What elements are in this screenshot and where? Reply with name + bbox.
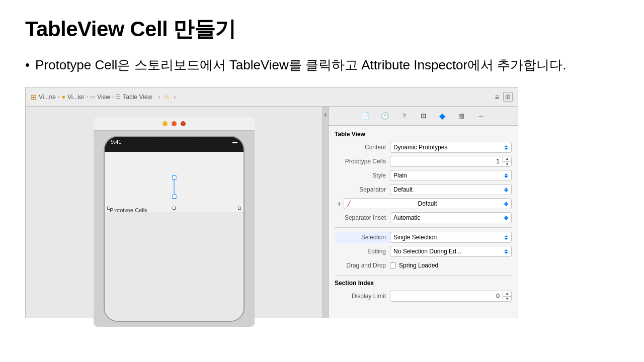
handle-right [238, 207, 241, 210]
separator-inset-select[interactable]: Automatic [390, 212, 512, 223]
plus-button[interactable]: + [335, 199, 344, 208]
sim-notch-bar: 9:41 ▬ [105, 137, 244, 152]
simulator-frame: 9:41 ▬ Pro [94, 117, 255, 327]
prototype-cells-up[interactable]: ▲ [503, 156, 511, 162]
inspector-toolbar: 📄 🕐 ? ⊡ ◆ ▦ → [329, 107, 518, 126]
content-arrow [504, 145, 508, 150]
editing-label: Editing [335, 248, 390, 255]
nav-right-icon[interactable]: › [174, 94, 176, 101]
toolbar: ⊞ Vi...ne › ● Vi...ler › ▭ View › ☰ Tabl… [26, 87, 518, 107]
drag-drop-label: Drag and Drop [335, 262, 390, 269]
dot-yellow [163, 121, 168, 126]
style-label: Style [335, 172, 390, 179]
display-limit-steppers: ▲ ▼ [503, 291, 511, 301]
separator-color-value: Default [418, 200, 437, 207]
left-panel: 9:41 ▬ Pro [26, 107, 323, 318]
clock-inspector-icon[interactable]: 🕐 [380, 111, 390, 121]
inspector-content: Table View Content Dynamic Prototypes Pr… [329, 126, 518, 310]
prototype-cells-steppers: ▲ ▼ [503, 156, 511, 166]
chevron-icon-1: › [58, 94, 59, 100]
selection-value: Single Selection [393, 234, 437, 241]
separator-select[interactable]: Default [390, 184, 512, 195]
section-divider-1 [335, 227, 512, 228]
breadcrumb-rect-icon: ▭ [90, 94, 95, 100]
connections-inspector-icon[interactable]: → [475, 111, 486, 121]
sim-notch-cutout [154, 137, 194, 147]
section-index-title: Section Index [335, 280, 512, 287]
warning-icon: ⚠ [164, 94, 170, 101]
size-inspector-icon[interactable]: ▦ [456, 111, 466, 121]
separator-color-row: + ╱ Default [335, 198, 512, 209]
bullet-text: Prototype Cell은 스토리보드에서 TableView를 클릭하고 … [25, 55, 619, 75]
breadcrumb-label-3[interactable]: View [97, 94, 110, 101]
attr-inspector-icon[interactable]: ◆ [437, 111, 447, 121]
dot-red [181, 121, 186, 126]
chevron-icon-2: › [87, 94, 88, 100]
cursor-line [174, 177, 175, 197]
help-inspector-icon[interactable]: ? [399, 111, 409, 121]
separator-color-arrow [504, 202, 508, 206]
sim-cursor [174, 177, 175, 197]
display-limit-input[interactable] [390, 293, 503, 300]
display-limit-label: Display Limit [335, 293, 390, 300]
add-editor-icon[interactable]: ⊞ [503, 92, 513, 102]
prototype-cells-stepper[interactable]: ▲ ▼ [390, 156, 512, 167]
nav-left-icon[interactable]: ‹ [158, 94, 160, 101]
separator-value: Default [393, 186, 413, 193]
prototype-cells-input[interactable] [390, 158, 503, 165]
style-arrow [504, 173, 508, 178]
selection-arrow [504, 235, 508, 240]
content-row: Content Dynamic Prototypes [335, 142, 512, 153]
prototype-cells-down[interactable]: ▼ [503, 162, 511, 167]
breadcrumb-label-1[interactable]: Vi...ne [39, 94, 56, 101]
section-title-tableview: Table View [335, 131, 512, 138]
prototype-cells-row: Prototype Cells ▲ ▼ [335, 156, 512, 167]
spring-loaded-checkbox[interactable] [390, 262, 396, 268]
editing-row: Editing No Selection During Ed... [335, 246, 512, 257]
page-title: TableView Cell 만들기 [25, 15, 619, 43]
style-select[interactable]: Plain [390, 170, 512, 181]
separator-inset-arrow [504, 216, 508, 220]
selection-row: Selection Single Selection [335, 232, 512, 243]
file-inspector-icon[interactable]: 📄 [361, 111, 371, 121]
editing-select[interactable]: No Selection During Ed... [390, 246, 512, 257]
id-inspector-icon[interactable]: ⊡ [418, 111, 428, 121]
breadcrumb-label-4[interactable]: Table View [123, 94, 152, 101]
separator-color-select[interactable]: ╱ Default [344, 198, 512, 209]
sim-battery: ▬ [232, 139, 237, 144]
separator-inset-value: Automatic [393, 214, 420, 221]
sim-content: Prototype Cells [105, 152, 244, 321]
sim-phone: 9:41 ▬ Pro [104, 136, 245, 322]
style-value: Plain [393, 172, 407, 179]
display-limit-stepper[interactable]: ▲ ▼ [390, 291, 512, 302]
display-limit-row: Display Limit ▲ ▼ [335, 291, 512, 302]
sim-time: 9:41 [111, 139, 121, 145]
divider-plus-icon[interactable]: + [324, 111, 328, 119]
xcode-container: ⊞ Vi...ne › ● Vi...ler › ▭ View › ☰ Tabl… [25, 87, 518, 318]
handle-center [173, 207, 176, 210]
selection-select[interactable]: Single Selection [390, 232, 512, 243]
separator-label: Separator [335, 186, 390, 193]
drag-drop-row: Drag and Drop Spring Loaded [335, 260, 512, 271]
breadcrumb-label-2[interactable]: Vi...ler [67, 94, 85, 101]
lines-icon[interactable]: ≡ [495, 93, 499, 101]
separator-arrow [504, 188, 508, 192]
dot-orange [172, 121, 177, 126]
separator-row: Separator Default [335, 184, 512, 195]
content-select[interactable]: Dynamic Prototypes [390, 142, 512, 153]
display-limit-up[interactable]: ▲ [503, 291, 511, 297]
section-divider-2 [335, 275, 512, 276]
breadcrumb-table-icon: ☰ [116, 94, 121, 100]
content-value: Dynamic Prototypes [393, 144, 447, 151]
chevron-icon-3: › [112, 94, 114, 100]
style-row: Style Plain [335, 170, 512, 181]
editing-value: No Selection During Ed... [393, 248, 461, 255]
selection-label: Selection [335, 234, 390, 241]
separator-color-icon: ╱ [347, 201, 351, 207]
breadcrumb-file-icon: ⊞ [31, 93, 37, 101]
display-limit-down[interactable]: ▼ [503, 297, 511, 302]
breadcrumb-circle-icon: ● [61, 93, 65, 101]
prototype-cells-label: Prototype Cells [335, 158, 390, 165]
separator-inset-row: Separator Inset Automatic [335, 212, 512, 223]
panel-divider: + [323, 107, 329, 318]
